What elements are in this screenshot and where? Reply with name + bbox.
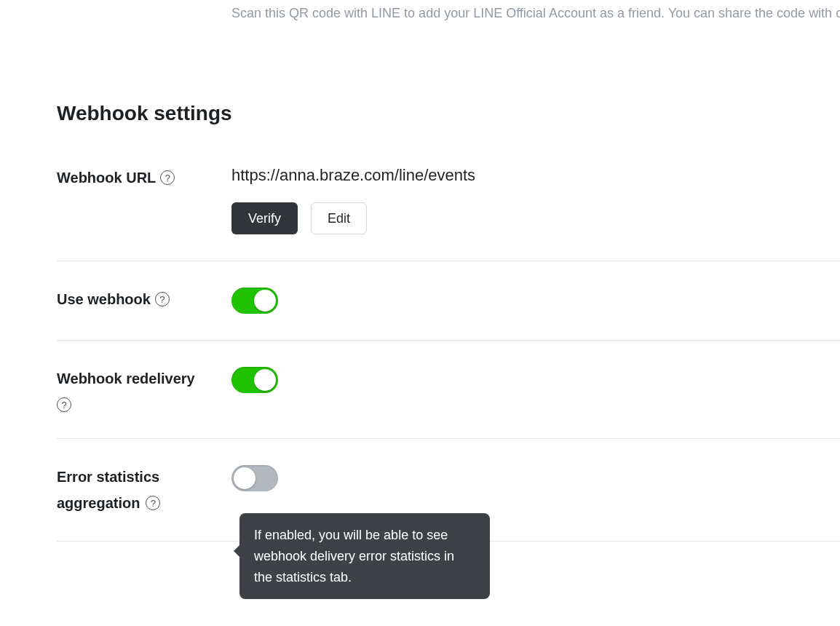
toggle-knob	[254, 290, 276, 312]
edit-button[interactable]: Edit	[311, 202, 367, 234]
error-stats-label-1: Error statistics	[57, 465, 159, 488]
error-stats-toggle[interactable]	[231, 465, 278, 491]
webhook-redelivery-toggle[interactable]	[231, 367, 278, 393]
verify-button[interactable]: Verify	[231, 202, 298, 234]
webhook-url-value: https://anna.braze.com/line/events	[231, 166, 840, 185]
webhook-url-label: Webhook URL	[57, 166, 156, 189]
help-icon[interactable]: ?	[155, 292, 170, 306]
error-stats-tooltip: If enabled, you will be able to see webh…	[239, 513, 490, 599]
row-webhook-redelivery: Webhook redelivery ?	[57, 367, 840, 439]
error-stats-label-2: aggregation	[57, 491, 140, 515]
row-use-webhook: Use webhook ?	[57, 288, 840, 341]
help-icon[interactable]: ?	[160, 170, 175, 185]
qr-helper-text: Scan this QR code with LINE to add your …	[231, 6, 840, 21]
webhook-redelivery-label: Webhook redelivery	[57, 367, 195, 390]
help-icon[interactable]: ?	[57, 397, 71, 412]
help-icon[interactable]: ?	[146, 496, 160, 510]
use-webhook-label: Use webhook	[57, 288, 151, 311]
use-webhook-toggle[interactable]	[231, 288, 278, 314]
toggle-knob	[234, 467, 255, 489]
section-title: Webhook settings	[57, 102, 840, 125]
row-webhook-url: Webhook URL ? https://anna.braze.com/lin…	[57, 166, 840, 261]
toggle-knob	[254, 369, 276, 391]
